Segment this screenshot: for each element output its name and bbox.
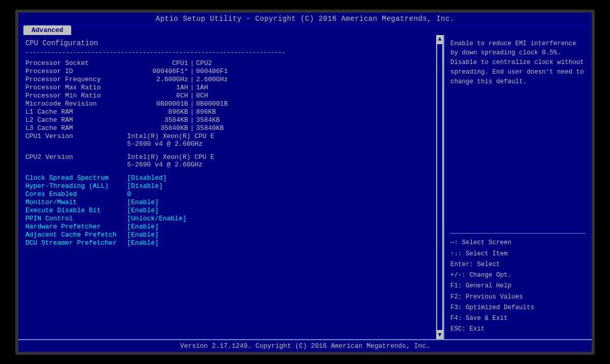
label-processor-id: Processor ID xyxy=(25,68,127,75)
tab-advanced[interactable]: Advanced xyxy=(23,25,71,35)
right-panel: Enable to reduce EMI interference by dow… xyxy=(444,35,592,339)
shortcut-key-change: +/-: Change Opt. xyxy=(450,272,511,279)
label-hyperthreading: Hyper-Threading (ALL) xyxy=(25,182,127,190)
val1-l3cache: 35840KB xyxy=(127,124,188,132)
shortcut-select-item: ↑↓: Select Item xyxy=(450,249,586,259)
value-cores-enabled: 0 xyxy=(127,190,131,198)
label-l2cache: L2 Cache RAM xyxy=(25,116,127,124)
row-microcode: Microcode Revision 0B00001B | 0B00001B xyxy=(25,100,436,108)
value-execute-disable: [Enable] xyxy=(127,207,159,214)
shortcut-key-esc: ESC: Exit xyxy=(450,325,485,333)
title-text: Aptio Setup Utility - Copyright (C) 2016… xyxy=(156,15,454,23)
title-bar: Aptio Setup Utility - Copyright (C) 2016… xyxy=(18,13,592,25)
label-dcu-streamer: DCU Streamer Prefetcher xyxy=(25,239,127,247)
val1-processor-freq: 2.600GHz xyxy=(127,76,188,83)
val-cpu2-version-line1: Intel(R) Xeon(R) CPU E 5-2690 v4 @ 2.60G… xyxy=(127,153,215,169)
label-processor-socket: Processor Socket xyxy=(25,59,127,67)
value-clock-spread: [Disabled] xyxy=(127,174,167,182)
shortcut-key-screen: ↔: Select Screen xyxy=(450,239,511,246)
row-min-ratio: Processor Min Ratio 0CH | 0CH xyxy=(25,92,436,100)
value-dcu-streamer: [Enable] xyxy=(127,239,159,247)
val2-microcode: 0B00001B xyxy=(196,100,247,108)
val2-l2cache: 3584KB xyxy=(196,116,247,124)
setting-hw-prefetcher[interactable]: Hardware Prefetcher [Enable] xyxy=(25,223,436,230)
row-l1cache: L1 Cache RAM 896KB | 896KB xyxy=(25,108,436,116)
val1-max-ratio: 1AH xyxy=(127,84,188,91)
label-cpu1-version: CPU1 Version xyxy=(25,133,127,148)
scroll-thumb xyxy=(437,44,442,330)
row-cpu1-version: CPU1 Version Intel(R) Xeon(R) CPU E 5-26… xyxy=(25,133,436,148)
value-ppin-control: [Unlock/Enable] xyxy=(127,215,187,222)
divider: ----------------------------------------… xyxy=(25,49,436,56)
val1-min-ratio: 0CH xyxy=(127,92,188,100)
shortcut-enter: Enter: Select xyxy=(450,259,586,270)
shortcut-key-item: ↑↓: Select Item xyxy=(450,250,508,257)
left-panel: CPU Configuration ----------------------… xyxy=(18,35,444,339)
value-hyperthreading: [Disable] xyxy=(127,182,163,190)
shortcut-key-f1: F1: General Help xyxy=(450,282,511,289)
label-ppin-control: PPIN Control xyxy=(25,215,127,222)
val2-min-ratio: 0CH xyxy=(196,92,247,100)
shortcut-key-f2: F2: Previous Values xyxy=(450,293,523,301)
setting-hyperthreading[interactable]: Hyper-Threading (ALL) [Disable] xyxy=(25,182,436,190)
val2-processor-freq: 2.600GHz xyxy=(196,76,247,83)
setting-adjacent-cache[interactable]: Adjacent Cache Prefetch [Enable] xyxy=(25,231,436,239)
val2-processor-id: 000406F1 xyxy=(196,68,247,75)
val2-l3cache: 35840KB xyxy=(196,124,247,132)
val1-l2cache: 3584KB xyxy=(127,116,188,124)
label-min-ratio: Processor Min Ratio xyxy=(25,92,127,100)
setting-execute-disable[interactable]: Execute Disable Bit [Enable] xyxy=(25,207,436,214)
value-adjacent-cache: [Enable] xyxy=(127,231,159,239)
row-max-ratio: Processor Max Ratio 1AH | 1AH xyxy=(25,84,436,91)
setting-cores-enabled[interactable]: Cores Enabled 0 xyxy=(25,190,436,198)
val-cpu1-version-line1: Intel(R) Xeon(R) CPU E 5-2690 v4 @ 2.60G… xyxy=(127,133,215,148)
setting-clock-spread[interactable]: Clock Spread Spectrum [Disabled] xyxy=(25,174,436,182)
val2-max-ratio: 1AH xyxy=(196,84,247,91)
val1-l1cache: 896KB xyxy=(127,108,188,116)
shortcut-key-f4: F4: Save & Exit xyxy=(450,315,508,322)
help-divider xyxy=(450,233,586,234)
label-hw-prefetcher: Hardware Prefetcher xyxy=(25,223,127,230)
label-cpu2-version: CPU2 Version xyxy=(25,153,127,169)
row-processor-socket: Processor Socket CPU1 | CPU2 xyxy=(25,59,436,67)
shortcut-f2: F2: Previous Values xyxy=(450,292,586,303)
main-content: CPU Configuration ----------------------… xyxy=(18,35,592,339)
help-text: Enable to reduce EMI interference by dow… xyxy=(450,39,586,229)
val2-processor-socket: CPU2 xyxy=(196,59,247,67)
label-clock-spread: Clock Spread Spectrum xyxy=(25,174,127,182)
row-processor-id: Processor ID 000406F1* | 000406F1 xyxy=(25,68,436,75)
shortcut-f3: F3: Optimized Defaults xyxy=(450,303,586,313)
row-cpu2-version: CPU2 Version Intel(R) Xeon(R) CPU E 5-26… xyxy=(25,153,436,169)
val2-l1cache: 896KB xyxy=(196,108,247,116)
tab-row: Advanced xyxy=(18,25,592,35)
val1-microcode: 0B00001B xyxy=(127,100,188,108)
label-l1cache: L1 Cache RAM xyxy=(25,108,127,116)
val1-processor-socket: CPU1 xyxy=(127,59,188,67)
row-l3cache: L3 Cache RAM 35840KB | 35840KB xyxy=(25,124,436,132)
shortcut-change: +/-: Change Opt. xyxy=(450,270,586,281)
label-monitor-mwait: Monitor/Mwait xyxy=(25,198,127,206)
label-adjacent-cache: Adjacent Cache Prefetch xyxy=(25,231,127,239)
label-cores-enabled: Cores Enabled xyxy=(25,190,127,198)
label-l3cache: L3 Cache RAM xyxy=(25,124,127,132)
value-hw-prefetcher: [Enable] xyxy=(127,223,159,230)
scroll-down-arrow[interactable]: ▼ xyxy=(438,331,441,339)
scroll-up-arrow[interactable]: ▲ xyxy=(438,35,441,43)
label-execute-disable: Execute Disable Bit xyxy=(25,207,127,214)
bios-screen: Aptio Setup Utility - Copyright (C) 2016… xyxy=(15,10,595,355)
setting-dcu-streamer[interactable]: DCU Streamer Prefetcher [Enable] xyxy=(25,239,436,247)
shortcut-esc: ESC: Exit xyxy=(450,324,586,335)
shortcut-key-f3: F3: Optimized Defaults xyxy=(450,304,534,311)
label-microcode: Microcode Revision xyxy=(25,100,127,108)
scrollbar[interactable]: ▲ ▼ xyxy=(436,35,443,339)
footer-text: Version 2.17.1249. Copyright (C) 2016 Am… xyxy=(180,342,430,350)
setting-ppin-control[interactable]: PPIN Control [Unlock/Enable] xyxy=(25,215,436,222)
section-title: CPU Configuration xyxy=(25,39,436,47)
setting-monitor-mwait[interactable]: Monitor/Mwait [Enable] xyxy=(25,198,436,206)
val1-processor-id: 000406F1* xyxy=(127,68,188,75)
row-l2cache: L2 Cache RAM 3584KB | 3584KB xyxy=(25,116,436,124)
label-max-ratio: Processor Max Ratio xyxy=(25,84,127,91)
shortcut-select-screen: ↔: Select Screen xyxy=(450,238,586,248)
shortcut-f4: F4: Save & Exit xyxy=(450,313,586,324)
row-processor-freq: Processor Frequency 2.600GHz | 2.600GHz xyxy=(25,76,436,83)
